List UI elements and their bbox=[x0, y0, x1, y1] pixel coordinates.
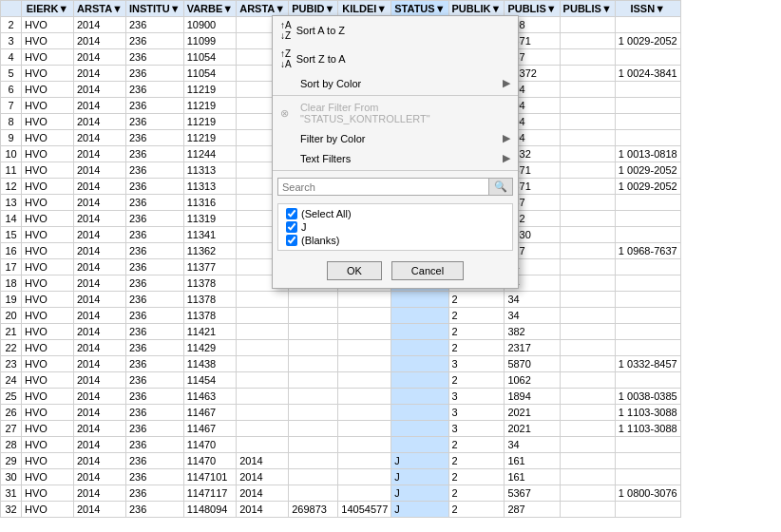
table-cell[interactable]: 2014 bbox=[237, 453, 289, 469]
table-cell[interactable] bbox=[615, 308, 680, 324]
table-cell[interactable] bbox=[615, 130, 680, 146]
table-cell[interactable]: HVO bbox=[22, 33, 74, 49]
table-cell[interactable] bbox=[338, 356, 391, 372]
table-cell[interactable] bbox=[289, 308, 338, 324]
cancel-button[interactable]: Cancel bbox=[391, 261, 464, 280]
table-cell[interactable] bbox=[560, 389, 615, 405]
table-cell[interactable] bbox=[289, 485, 338, 502]
table-cell[interactable]: 11244 bbox=[183, 146, 237, 162]
table-cell[interactable]: HVO bbox=[22, 130, 74, 146]
table-cell[interactable] bbox=[615, 259, 680, 276]
table-cell[interactable]: HVO bbox=[22, 179, 74, 195]
table-cell[interactable]: 2014 bbox=[74, 49, 126, 66]
table-cell[interactable] bbox=[338, 340, 391, 356]
table-cell[interactable]: 2 bbox=[448, 340, 505, 356]
table-cell[interactable]: 236 bbox=[125, 17, 183, 33]
table-cell[interactable]: 236 bbox=[125, 146, 183, 162]
table-cell[interactable]: 236 bbox=[125, 33, 183, 49]
table-cell[interactable]: 236 bbox=[125, 292, 183, 308]
table-cell[interactable]: 1147101 bbox=[183, 469, 237, 485]
table-cell[interactable] bbox=[615, 98, 680, 114]
table-cell[interactable]: 1 0029-2052 bbox=[615, 33, 680, 49]
table-cell[interactable]: 2014 bbox=[74, 33, 126, 49]
table-cell[interactable]: 2014 bbox=[74, 437, 126, 453]
table-cell[interactable]: 236 bbox=[125, 114, 183, 130]
table-cell[interactable] bbox=[615, 437, 680, 453]
table-cell[interactable] bbox=[615, 17, 680, 33]
col-header-B[interactable]: ARSTA▼ bbox=[74, 1, 126, 17]
table-cell[interactable] bbox=[391, 405, 448, 421]
table-cell[interactable]: HVO bbox=[22, 389, 74, 405]
table-cell[interactable]: 1062 bbox=[505, 372, 560, 389]
table-cell[interactable]: 269873 bbox=[289, 502, 338, 518]
table-cell[interactable]: 2014 bbox=[74, 356, 126, 372]
table-cell[interactable]: 236 bbox=[125, 437, 183, 453]
table-cell[interactable]: 236 bbox=[125, 485, 183, 502]
table-cell[interactable]: 3 bbox=[448, 421, 505, 437]
table-cell[interactable]: 2 bbox=[448, 485, 505, 502]
table-cell[interactable]: 1148094 bbox=[183, 502, 237, 518]
table-cell[interactable] bbox=[237, 340, 289, 356]
table-cell[interactable]: 11470 bbox=[183, 453, 237, 469]
col-header-G[interactable]: KILDEI▼ bbox=[338, 1, 391, 17]
table-cell[interactable]: 11054 bbox=[183, 49, 237, 66]
table-cell[interactable]: HVO bbox=[22, 405, 74, 421]
table-cell[interactable] bbox=[615, 453, 680, 469]
table-cell[interactable]: 2014 bbox=[74, 17, 126, 33]
table-cell[interactable]: 2014 bbox=[74, 162, 126, 179]
table-cell[interactable] bbox=[560, 469, 615, 485]
table-cell[interactable]: 236 bbox=[125, 389, 183, 405]
table-cell[interactable] bbox=[615, 292, 680, 308]
table-cell[interactable]: 11421 bbox=[183, 324, 237, 340]
table-cell[interactable] bbox=[237, 292, 289, 308]
table-cell[interactable]: 2 bbox=[448, 453, 505, 469]
table-cell[interactable]: 2014 bbox=[74, 389, 126, 405]
table-cell[interactable] bbox=[615, 211, 680, 227]
table-cell[interactable]: 11099 bbox=[183, 33, 237, 49]
table-cell[interactable] bbox=[391, 324, 448, 340]
table-cell[interactable]: 1894 bbox=[505, 389, 560, 405]
table-cell[interactable]: 2014 bbox=[74, 469, 126, 485]
table-cell[interactable]: J bbox=[391, 453, 448, 469]
table-cell[interactable]: HVO bbox=[22, 485, 74, 502]
table-cell[interactable]: 236 bbox=[125, 227, 183, 243]
table-cell[interactable] bbox=[560, 33, 615, 49]
table-cell[interactable]: 3 bbox=[448, 405, 505, 421]
sort-by-color-item[interactable]: Sort by Color ▶ bbox=[273, 73, 518, 93]
table-cell[interactable] bbox=[560, 292, 615, 308]
col-header-K[interactable]: PUBLIS▼ bbox=[560, 1, 615, 17]
table-cell[interactable] bbox=[237, 405, 289, 421]
table-cell[interactable] bbox=[391, 421, 448, 437]
table-cell[interactable]: HVO bbox=[22, 162, 74, 179]
table-cell[interactable]: 236 bbox=[125, 82, 183, 98]
table-cell[interactable] bbox=[289, 469, 338, 485]
table-cell[interactable]: 2 bbox=[448, 324, 505, 340]
table-cell[interactable] bbox=[289, 324, 338, 340]
table-cell[interactable]: 2014 bbox=[74, 502, 126, 518]
table-cell[interactable] bbox=[615, 82, 680, 98]
table-cell[interactable]: 2014 bbox=[237, 485, 289, 502]
table-cell[interactable]: 11316 bbox=[183, 195, 237, 211]
table-cell[interactable]: 14054577 bbox=[338, 502, 391, 518]
table-cell[interactable] bbox=[560, 227, 615, 243]
table-cell[interactable]: 1 0968-7637 bbox=[615, 243, 680, 259]
table-cell[interactable] bbox=[338, 421, 391, 437]
table-cell[interactable]: 11219 bbox=[183, 114, 237, 130]
table-cell[interactable]: 236 bbox=[125, 469, 183, 485]
table-cell[interactable]: 3 bbox=[448, 356, 505, 372]
table-cell[interactable]: 11362 bbox=[183, 243, 237, 259]
table-cell[interactable]: 11467 bbox=[183, 421, 237, 437]
table-cell[interactable]: 2014 bbox=[237, 502, 289, 518]
table-cell[interactable] bbox=[391, 292, 448, 308]
col-header-D[interactable]: VARBE▼ bbox=[183, 1, 237, 17]
search-input[interactable] bbox=[278, 180, 488, 195]
table-cell[interactable]: 2 bbox=[448, 437, 505, 453]
table-cell[interactable]: 236 bbox=[125, 49, 183, 66]
table-cell[interactable] bbox=[560, 485, 615, 502]
table-cell[interactable]: 34 bbox=[505, 437, 560, 453]
table-cell[interactable] bbox=[560, 308, 615, 324]
table-cell[interactable] bbox=[237, 324, 289, 340]
table-cell[interactable] bbox=[560, 324, 615, 340]
table-cell[interactable]: 5367 bbox=[505, 485, 560, 502]
table-cell[interactable] bbox=[615, 276, 680, 292]
